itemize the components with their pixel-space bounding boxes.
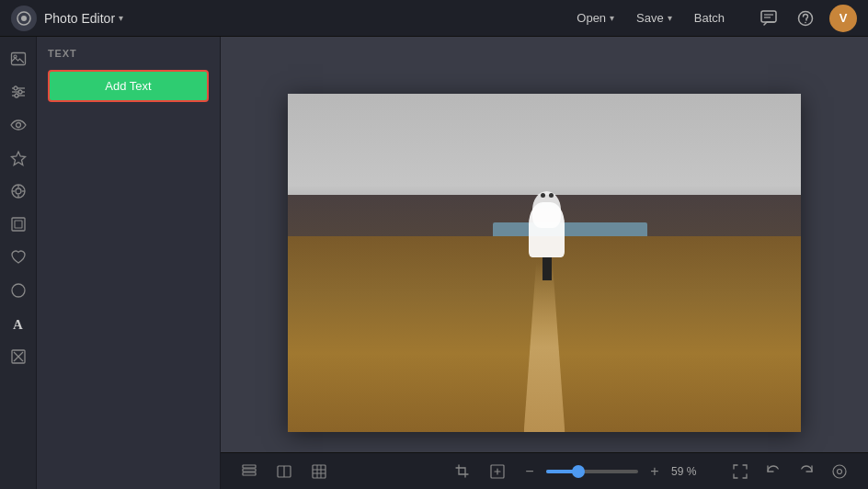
effects-tool[interactable]	[4, 176, 33, 206]
canvas-wrapper	[288, 94, 801, 432]
zoom-thumb[interactable]	[572, 465, 585, 478]
text-panel: TEXT Add Text	[37, 37, 221, 489]
heart-tool[interactable]	[4, 243, 33, 272]
expand-icon-btn[interactable]	[484, 458, 511, 485]
topbar-right: V	[756, 5, 857, 32]
svg-point-41	[833, 465, 846, 478]
eye-tool[interactable]	[4, 110, 33, 140]
svg-rect-32	[243, 465, 256, 468]
undo-icon-btn[interactable]	[760, 458, 787, 485]
image-tool[interactable]	[4, 44, 33, 74]
settings-icon-btn[interactable]	[826, 458, 853, 485]
svg-marker-16	[11, 152, 25, 165]
svg-point-25	[12, 284, 25, 297]
panel-title: TEXT	[48, 48, 209, 59]
svg-rect-30	[243, 469, 256, 472]
svg-point-15	[16, 123, 20, 128]
help-icon-btn[interactable]	[793, 6, 818, 31]
text-tool[interactable]: A	[4, 309, 33, 338]
svg-rect-2	[761, 11, 776, 22]
crop-icon-btn[interactable]	[449, 458, 476, 485]
zoom-slider[interactable]	[546, 470, 638, 473]
save-chevron: ▾	[668, 13, 672, 23]
svg-rect-23	[12, 218, 25, 231]
bottom-bar: − + 59 %	[221, 452, 868, 489]
svg-point-14	[15, 94, 18, 97]
layers-icon-btn[interactable]	[235, 458, 263, 485]
brush-tool[interactable]	[4, 342, 33, 371]
top-menu: Open ▾ Save ▾ Batch	[567, 7, 734, 28]
svg-rect-31	[243, 472, 256, 475]
shape-tool[interactable]	[4, 276, 33, 305]
ghost-eye-left	[541, 193, 545, 198]
adjustments-tool[interactable]	[4, 77, 33, 107]
frame-tool[interactable]	[4, 210, 33, 239]
open-chevron: ▾	[610, 13, 614, 23]
grid-icon-btn[interactable]	[305, 458, 333, 485]
compare-icon-btn[interactable]	[270, 458, 298, 485]
svg-point-42	[838, 469, 842, 473]
menu-open[interactable]: Open ▾	[567, 7, 623, 28]
zoom-percentage: 59 %	[671, 465, 704, 478]
menu-batch[interactable]: Batch	[685, 7, 734, 28]
svg-point-18	[16, 188, 21, 194]
svg-text:A: A	[13, 317, 23, 332]
favorites-tool[interactable]	[4, 143, 33, 173]
canvas-area: − + 59 %	[221, 37, 868, 489]
svg-point-12	[14, 86, 17, 90]
svg-rect-35	[313, 465, 326, 478]
ghost-eyes	[538, 193, 555, 198]
zoom-controls: − + 59 %	[519, 461, 704, 483]
zoom-out-btn[interactable]: −	[519, 461, 541, 483]
app-name: Photo Editor	[44, 11, 115, 26]
ghost-body	[529, 202, 565, 258]
person-legs	[542, 257, 552, 279]
ghost-legs	[529, 257, 565, 279]
add-text-button[interactable]: Add Text	[48, 70, 209, 102]
svg-rect-24	[15, 221, 22, 228]
svg-point-6	[805, 21, 806, 23]
zoom-in-btn[interactable]: +	[644, 461, 666, 483]
redo-icon-btn[interactable]	[793, 458, 820, 485]
chat-icon-btn[interactable]	[756, 6, 782, 31]
menu-save[interactable]: Save ▾	[627, 7, 681, 28]
ghost-eye-right	[549, 193, 554, 198]
svg-point-1	[21, 16, 27, 21]
user-avatar[interactable]: V	[829, 5, 857, 32]
app-logo[interactable]	[11, 6, 37, 31]
bottom-right-controls	[726, 458, 853, 485]
main-content: A TEXT Add Text	[0, 37, 868, 489]
app-name-chevron[interactable]: ▾	[119, 13, 123, 23]
fit-icon-btn[interactable]	[726, 458, 754, 485]
topbar: Photo Editor ▾ Open ▾ Save ▾ Batch	[0, 0, 868, 37]
scene-ghost	[529, 202, 565, 277]
sidebar-icons: A	[0, 37, 37, 489]
canvas-image[interactable]	[288, 94, 801, 432]
svg-point-13	[18, 90, 22, 94]
